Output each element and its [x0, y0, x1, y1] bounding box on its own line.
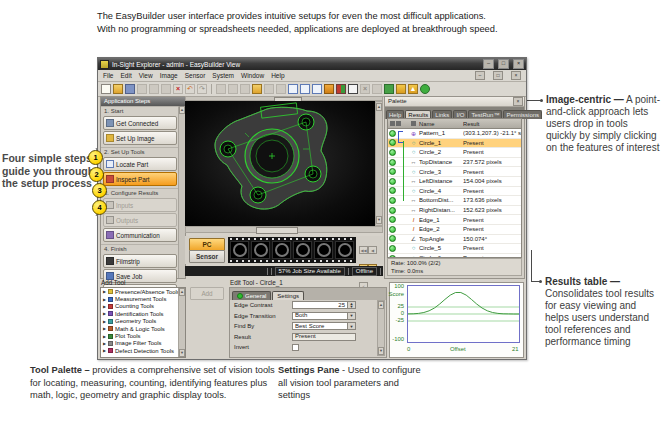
live-display-icon[interactable]	[348, 84, 358, 94]
filmstrip-frame[interactable]	[314, 241, 333, 259]
table-row-selected[interactable]: ○Circle_1Present	[388, 139, 521, 149]
chevron-down-icon[interactable]: ▼	[347, 323, 355, 329]
disconnect-icon[interactable]: ×	[360, 84, 370, 94]
list-item[interactable]: ▶Defect Detection Tools	[101, 347, 185, 354]
open-job-icon[interactable]	[113, 84, 123, 94]
filmstrip-frame[interactable]	[293, 241, 312, 259]
minimize-icon[interactable]: –	[483, 59, 494, 69]
menu-system[interactable]: System	[212, 72, 234, 79]
application-steps-scrollbar[interactable]: ▲	[178, 106, 185, 278]
upload-icon[interactable]: ▲	[408, 84, 418, 94]
add-button[interactable]: Add	[190, 287, 224, 300]
table-row[interactable]: ↔RightDistan...152.623 pixels	[388, 206, 521, 216]
table-row[interactable]: ○Circle_4Present	[388, 187, 521, 197]
open-image-icon[interactable]	[252, 84, 262, 94]
list-item[interactable]: ▶Geometry Tools	[101, 318, 185, 325]
tab-settings[interactable]: Settings	[272, 291, 304, 300]
get-connected-button[interactable]: Get Connected	[103, 116, 177, 130]
color-display-icon[interactable]	[336, 84, 346, 94]
locate-part-button[interactable]: Locate Part	[103, 157, 177, 171]
filmstrip-frame[interactable]	[335, 241, 354, 259]
menu-sensor[interactable]: Sensor	[185, 72, 206, 79]
camera-image[interactable]	[185, 101, 375, 226]
list-item[interactable]: ▶Presence/Absence Tools	[101, 288, 185, 295]
list-item[interactable]: ▶Image Filter Tools	[101, 340, 185, 347]
name-column-header[interactable]: Name	[419, 121, 463, 127]
zoom-fit-icon[interactable]	[312, 84, 322, 94]
filmstrip-frame[interactable]	[272, 241, 291, 259]
list-item[interactable]: ▶Counting Tools	[101, 303, 185, 310]
flag-icon[interactable]	[240, 84, 250, 94]
list-item[interactable]: ▶Identification Tools	[101, 310, 185, 317]
result-column-header[interactable]: Result	[463, 121, 521, 127]
list-item[interactable]: ▶Measurement Tools	[101, 295, 185, 302]
print-icon[interactable]	[137, 84, 147, 94]
table-row[interactable]: ↔LeftDistance154.004 pixels	[388, 177, 521, 187]
palette-close-icon[interactable]: ×	[513, 97, 523, 106]
edge-transition-select[interactable]: Both▼	[292, 312, 356, 320]
menu-help[interactable]: Help	[271, 72, 284, 79]
table-row[interactable]: ⊕Pattern_1(303.1,207.3) -21.1° score...	[388, 129, 521, 139]
list-item[interactable]: ▶Plot Tools	[101, 332, 185, 339]
maintenance-icon[interactable]	[396, 84, 406, 94]
redo-icon[interactable]: ↷	[197, 84, 207, 94]
filmstrip-button[interactable]: Filmstrip	[103, 254, 177, 268]
filmstrip-icon[interactable]	[372, 84, 382, 94]
online-icon[interactable]	[420, 84, 430, 94]
delete-icon[interactable]: ×	[173, 84, 183, 94]
table-row[interactable]: ○Circle_3Present	[388, 167, 521, 177]
spinner-icon[interactable]: ▲▼	[347, 302, 355, 308]
communication-button[interactable]: Communication	[103, 228, 177, 242]
menu-file[interactable]: File	[103, 72, 113, 79]
image-horizontal-scrollbar[interactable]	[185, 226, 383, 233]
title-bar[interactable]: In-Sight Explorer - admin - EasyBuilder …	[98, 58, 526, 70]
image-vertical-scrollbar[interactable]: ▲ ▼	[375, 101, 383, 226]
invert-checkbox[interactable]	[292, 344, 299, 351]
table-row[interactable]: ○Circle_2Present	[388, 148, 521, 158]
table-row[interactable]: ∠TopAngle150.074°	[388, 235, 521, 245]
filmstrip-frame[interactable]	[230, 241, 249, 259]
maximize-icon[interactable]: □	[498, 59, 509, 69]
trigger-icon[interactable]	[324, 84, 334, 94]
save-job-icon[interactable]	[125, 84, 135, 94]
chevron-down-icon[interactable]: ▼	[347, 313, 355, 319]
prev-frame-icon[interactable]: ◀	[368, 246, 377, 254]
tab-general[interactable]: General	[232, 291, 271, 300]
mdi-restore-icon[interactable]: □	[493, 71, 503, 80]
mdi-close-icon[interactable]: ×	[511, 71, 521, 80]
filmstrip-frame[interactable]	[251, 241, 270, 259]
refresh-icon[interactable]	[384, 84, 394, 94]
cut-icon[interactable]	[149, 84, 159, 94]
add-tool-scrollbar[interactable]: ▲▼	[178, 288, 185, 357]
record-icon[interactable]	[264, 84, 274, 94]
inputs-button[interactable]: Inputs	[103, 198, 177, 212]
table-row[interactable]: /Edge_2Present	[388, 225, 521, 235]
zoom-out-icon[interactable]	[300, 84, 310, 94]
close-icon[interactable]: ×	[513, 59, 524, 69]
first-frame-icon[interactable]: ◀◀	[359, 246, 368, 254]
filmstrip[interactable]	[228, 237, 356, 263]
menu-edit[interactable]: Edit	[120, 72, 131, 79]
menu-view[interactable]: View	[139, 72, 153, 79]
mdi-minimize-icon[interactable]: –	[475, 71, 485, 80]
list-item[interactable]: ▶Math & Logic Tools	[101, 325, 185, 332]
set-up-image-button[interactable]: Set Up Image	[103, 131, 177, 145]
copy-icon[interactable]	[161, 84, 171, 94]
snapshot-icon[interactable]	[276, 84, 286, 94]
new-job-icon[interactable]	[101, 84, 111, 94]
menu-window[interactable]: Window	[241, 72, 264, 79]
zoom-in-icon[interactable]	[288, 84, 298, 94]
edge-contrast-input[interactable]: 25▲▼	[292, 301, 356, 309]
table-row[interactable]: ↔BottomDist...173.636 pixels	[388, 196, 521, 206]
undo-icon[interactable]: ↶	[185, 84, 195, 94]
table-row[interactable]: /Edge_1Present	[388, 215, 521, 225]
table-row[interactable]: ↔TopDistance237.572 pixels	[388, 158, 521, 168]
inspect-part-button[interactable]: Inspect Part	[103, 172, 177, 186]
sensor-button[interactable]: Sensor	[189, 250, 225, 263]
outputs-button[interactable]: Outputs	[103, 213, 177, 227]
forward-icon[interactable]	[228, 84, 238, 94]
find-by-select[interactable]: Best Score▼	[292, 322, 356, 330]
table-row[interactable]: ○Circle_5Present	[388, 244, 521, 254]
menu-image[interactable]: Image	[160, 72, 178, 79]
back-icon[interactable]	[216, 84, 226, 94]
